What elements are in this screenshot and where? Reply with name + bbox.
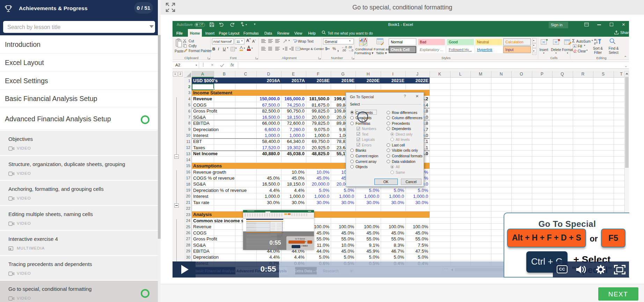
svg-text:Z: Z xyxy=(594,42,596,45)
svg-text:A: A xyxy=(594,38,596,41)
